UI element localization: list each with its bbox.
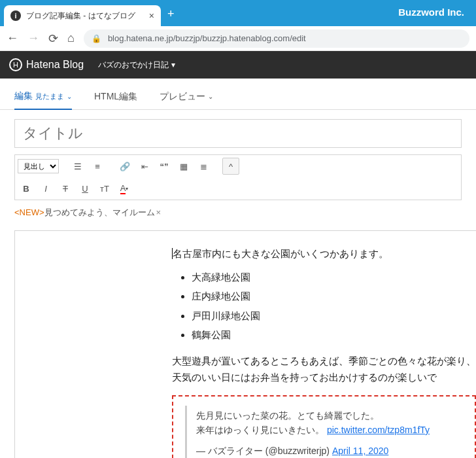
blog-selector[interactable]: バズのおでかけ日記 ▾ [98, 60, 175, 71]
forward-button[interactable]: → [27, 31, 39, 45]
tab-preview[interactable]: プレビュー ⌄ [160, 90, 213, 109]
chevron-down-icon: ▾ [171, 60, 175, 69]
bold-icon[interactable]: B [18, 180, 35, 197]
editor-toolbar: 見出し ☰ ≡ 🔗 ⇤ “” ▦ ≣ ^ B I T U тT A▾ [14, 154, 462, 200]
tag-new-badge: <NEW> [14, 207, 44, 217]
ul-icon[interactable]: ☰ [69, 158, 86, 175]
paragraph: 大型遊具が置いてあるところもあえば、季節ごとの色々な花が楽り、天気のいい日にはお… [172, 353, 476, 386]
strike-icon[interactable]: T [57, 180, 74, 197]
editor-mode-tabs: 編集 見たまま ⌄ HTML編集 プレビュー ⌄ [0, 79, 476, 110]
new-tab-button[interactable]: + [167, 7, 175, 21]
table-icon[interactable]: ▦ [175, 158, 192, 175]
tab-edit[interactable]: 編集 見たまま ⌄ [14, 90, 72, 110]
tweet-embed: 先月見にいった菜の花。とても綺麗でした。 来年はゆっくり見にいきたい。 pic.… [172, 395, 476, 459]
collapse-icon[interactable]: ^ [222, 158, 239, 175]
reload-button[interactable]: ⟳ [48, 31, 58, 46]
back-button[interactable]: ← [7, 31, 18, 45]
textcolor-icon[interactable]: A▾ [116, 180, 133, 197]
blog-name: バズのおでかけ日記 [98, 60, 169, 71]
ol-icon[interactable]: ≡ [89, 158, 106, 175]
tweet-pic-link[interactable]: pic.twitter.com/tzp8m1fTy [327, 425, 430, 435]
list-item: 鶴舞公園 [192, 326, 476, 344]
browser-tab[interactable]: i ブログ記事編集 - はてなブログ × [4, 5, 161, 26]
list-item: 戸田川緑地公園 [192, 308, 476, 325]
italic-icon[interactable]: I [37, 180, 54, 197]
tab-preview-label: プレビュー [160, 91, 205, 103]
tweet-date-link[interactable]: April 11, 2020 [332, 446, 388, 456]
list-item: 大高緑地公園 [192, 269, 476, 286]
read-more-icon[interactable]: ⇤ [136, 158, 153, 175]
tab-html[interactable]: HTML編集 [94, 90, 137, 109]
tag-line: <NEW>見つめてみよう、マイルーム× [14, 207, 462, 219]
park-list: 大高緑地公園 庄内緑地公園 戸田川緑地公園 鶴舞公園 [192, 269, 476, 344]
tweet-line: 先月見にいった菜の花。とても綺麗でした。 [196, 408, 466, 423]
chevron-down-icon: ⌄ [67, 93, 72, 100]
heading-select[interactable]: 見出し [18, 159, 59, 173]
title-input[interactable] [14, 119, 462, 148]
tweet-author: — バズライター (@buzzwriterjp) [196, 446, 332, 456]
favicon-icon: i [10, 10, 21, 21]
tab-title: ブログ記事編集 - はてなブログ [26, 10, 144, 22]
tab-edit-label: 編集 [14, 90, 33, 102]
address-bar: ← → ⟳ ⌂ 🔒 blog.hatena.ne.jp/buzzjp/buzzj… [0, 26, 476, 51]
brand-label: Buzzword Inc. [398, 7, 464, 18]
hatena-logo[interactable]: H Hatena Blog [9, 58, 84, 71]
editor-content[interactable]: 名古屋市内にも大きな公園がいくつかあります。 大高緑地公園 庄内緑地公園 戸田川… [14, 230, 476, 458]
underline-icon[interactable]: U [76, 180, 94, 197]
logo-text: Hatena Blog [26, 59, 84, 71]
home-button[interactable]: ⌂ [67, 31, 75, 45]
tab-edit-sublabel: 見たまま [35, 92, 64, 101]
lock-icon: 🔒 [92, 34, 101, 43]
tweet-line: 来年はゆっくり見にいきたい。 [196, 425, 327, 435]
list-item: 庄内緑地公園 [192, 288, 476, 305]
link-icon[interactable]: 🔗 [116, 158, 133, 175]
url-field[interactable]: 🔒 blog.hatena.ne.jp/buzzjp/buzzjp.hatena… [84, 29, 469, 48]
quote-icon[interactable]: “” [156, 158, 173, 175]
paragraph: 名古屋市内にも大きな公園がいくつかあります。 [173, 248, 388, 259]
hr-icon[interactable]: ≣ [195, 158, 212, 175]
close-icon[interactable]: × [149, 10, 154, 21]
app-header: H Hatena Blog バズのおでかけ日記 ▾ [0, 51, 476, 79]
chevron-down-icon: ⌄ [208, 93, 213, 100]
fontsize-icon[interactable]: тT [96, 180, 113, 197]
tag-text[interactable]: 見つめてみよう、マイルーム [44, 207, 155, 217]
tag-remove-icon[interactable]: × [156, 207, 162, 217]
logo-icon: H [9, 58, 22, 71]
url-text: blog.hatena.ne.jp/buzzjp/buzzjp.hatenabl… [108, 33, 306, 43]
